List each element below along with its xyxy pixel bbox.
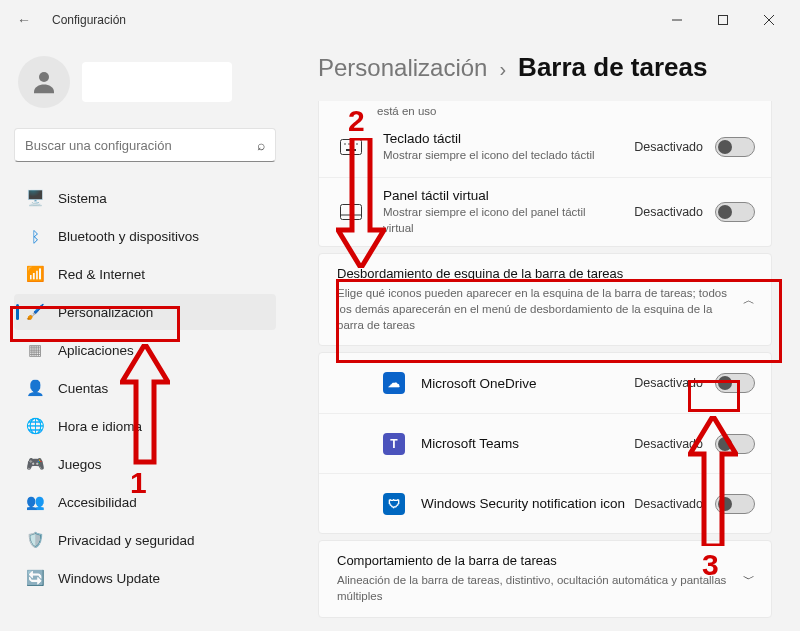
toggle-switch[interactable] xyxy=(715,494,755,514)
svg-point-6 xyxy=(344,143,346,145)
svg-rect-5 xyxy=(341,140,362,155)
nav-icon: 👥 xyxy=(26,493,44,511)
sidebar-item-aplicaciones[interactable]: ▦Aplicaciones xyxy=(14,332,276,368)
sidebar-item-juegos[interactable]: 🎮Juegos xyxy=(14,446,276,482)
row-icon xyxy=(339,204,363,220)
toggle-switch[interactable] xyxy=(715,373,755,393)
nav-icon: ᛒ xyxy=(26,227,44,245)
overflow-section-desc: Elige qué iconos pueden aparecer en la e… xyxy=(337,285,731,333)
nav-label: Aplicaciones xyxy=(58,343,134,358)
toggle-state: Desactivado xyxy=(634,437,703,451)
nav-icon: 🌐 xyxy=(26,417,44,435)
chevron-down-icon: ﹀ xyxy=(743,570,755,587)
sidebar: ⌕ 🖥️SistemaᛒBluetooth y dispositivos📶Red… xyxy=(0,40,290,631)
back-button[interactable]: ← xyxy=(8,12,40,28)
avatar xyxy=(18,56,70,108)
behavior-section-desc: Alineación de la barra de tareas, distin… xyxy=(337,572,731,604)
app-icon: 🛡 xyxy=(383,493,405,515)
app-icon: T xyxy=(383,433,405,455)
partial-row-stub: está en uso xyxy=(319,101,771,117)
nav-label: Privacidad y seguridad xyxy=(58,533,195,548)
sidebar-item-bluetooth-y-dispositivos[interactable]: ᛒBluetooth y dispositivos xyxy=(14,218,276,254)
nav-label: Red & Internet xyxy=(58,267,145,282)
nav-list: 🖥️SistemaᛒBluetooth y dispositivos📶Red &… xyxy=(14,180,276,596)
nav-label: Cuentas xyxy=(58,381,108,396)
sidebar-item-privacidad-y-seguridad[interactable]: 🛡️Privacidad y seguridad xyxy=(14,522,276,558)
row-title: Microsoft Teams xyxy=(421,436,634,451)
user-name-placeholder xyxy=(82,62,232,102)
svg-point-8 xyxy=(352,143,354,145)
taskbar-corner-icons-card: está en uso Teclado táctilMostrar siempr… xyxy=(318,101,772,247)
nav-icon: 👤 xyxy=(26,379,44,397)
overflow-section-title: Desbordamiento de esquina de la barra de… xyxy=(337,266,731,281)
row-title: Windows Security notification icon xyxy=(421,496,634,511)
nav-label: Sistema xyxy=(58,191,107,206)
overflow-rows-card: ☁Microsoft OneDriveDesactivadoTMicrosoft… xyxy=(318,352,772,534)
nav-label: Juegos xyxy=(58,457,102,472)
row-title: Microsoft OneDrive xyxy=(421,376,634,391)
nav-label: Bluetooth y dispositivos xyxy=(58,229,199,244)
overflow-section-header[interactable]: Desbordamiento de esquina de la barra de… xyxy=(319,254,771,345)
nav-icon: 🔄 xyxy=(26,569,44,587)
setting-row: Teclado táctilMostrar siempre el icono d… xyxy=(319,117,771,177)
overflow-app-row: 🛡Windows Security notification iconDesac… xyxy=(319,473,771,533)
behavior-section-header[interactable]: Comportamiento de la barra de tareas Ali… xyxy=(319,541,771,616)
chevron-right-icon: › xyxy=(499,58,506,81)
sidebar-item-cuentas[interactable]: 👤Cuentas xyxy=(14,370,276,406)
svg-point-9 xyxy=(356,143,358,145)
row-desc: Mostrar siempre el icono del panel tácti… xyxy=(383,205,603,236)
behavior-section-title: Comportamiento de la barra de tareas xyxy=(337,553,731,568)
nav-label: Hora e idioma xyxy=(58,419,142,434)
svg-point-7 xyxy=(348,143,350,145)
toggle-state: Desactivado xyxy=(634,376,703,390)
nav-icon: 🛡️ xyxy=(26,531,44,549)
search-box[interactable]: ⌕ xyxy=(14,128,276,162)
search-input[interactable] xyxy=(25,138,257,153)
close-button[interactable] xyxy=(746,4,792,36)
row-title: Teclado táctil xyxy=(383,131,634,146)
sidebar-item-personalizaci-n[interactable]: 🖌️Personalización xyxy=(14,294,276,330)
nav-label: Accesibilidad xyxy=(58,495,137,510)
sidebar-item-sistema[interactable]: 🖥️Sistema xyxy=(14,180,276,216)
breadcrumb-parent[interactable]: Personalización xyxy=(318,54,487,82)
nav-icon: 🎮 xyxy=(26,455,44,473)
nav-label: Windows Update xyxy=(58,571,160,586)
toggle-state: Desactivado xyxy=(634,497,703,511)
nav-label: Personalización xyxy=(58,305,153,320)
user-block[interactable] xyxy=(18,56,272,108)
overflow-app-row: ☁Microsoft OneDriveDesactivado xyxy=(319,353,771,413)
sidebar-item-hora-e-idioma[interactable]: 🌐Hora e idioma xyxy=(14,408,276,444)
titlebar: ← Configuración xyxy=(0,0,800,40)
row-desc: Mostrar siempre el icono del teclado tác… xyxy=(383,148,603,164)
svg-rect-1 xyxy=(719,16,728,25)
breadcrumb-current: Barra de tareas xyxy=(518,52,707,83)
svg-rect-10 xyxy=(346,149,356,151)
minimize-button[interactable] xyxy=(654,4,700,36)
setting-row: Panel táctil virtualMostrar siempre el i… xyxy=(319,177,771,246)
row-icon xyxy=(339,139,363,155)
nav-icon: 📶 xyxy=(26,265,44,283)
breadcrumb: Personalización › Barra de tareas xyxy=(318,52,772,83)
behavior-section-card: Comportamiento de la barra de tareas Ali… xyxy=(318,540,772,617)
chevron-up-icon: ︿ xyxy=(743,291,755,308)
row-title: Panel táctil virtual xyxy=(383,188,634,203)
toggle-state: Desactivado xyxy=(634,205,703,219)
toggle-state: Desactivado xyxy=(634,140,703,154)
window-title: Configuración xyxy=(52,13,126,27)
sidebar-item-accesibilidad[interactable]: 👥Accesibilidad xyxy=(14,484,276,520)
app-icon: ☁ xyxy=(383,372,405,394)
nav-icon: 🖌️ xyxy=(26,303,44,321)
main-pane: Personalización › Barra de tareas está e… xyxy=(290,40,800,631)
svg-point-4 xyxy=(39,72,49,82)
search-icon: ⌕ xyxy=(257,137,265,153)
nav-icon: 🖥️ xyxy=(26,189,44,207)
sidebar-item-red-internet[interactable]: 📶Red & Internet xyxy=(14,256,276,292)
sidebar-item-windows-update[interactable]: 🔄Windows Update xyxy=(14,560,276,596)
toggle-switch[interactable] xyxy=(715,434,755,454)
nav-icon: ▦ xyxy=(26,341,44,359)
overflow-app-row: TMicrosoft TeamsDesactivado xyxy=(319,413,771,473)
overflow-section-card: Desbordamiento de esquina de la barra de… xyxy=(318,253,772,346)
toggle-switch[interactable] xyxy=(715,137,755,157)
maximize-button[interactable] xyxy=(700,4,746,36)
toggle-switch[interactable] xyxy=(715,202,755,222)
